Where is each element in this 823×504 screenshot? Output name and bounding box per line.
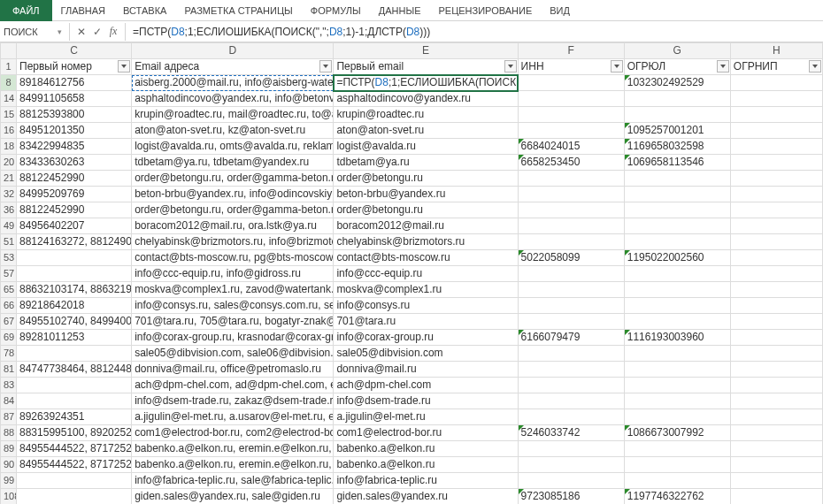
- cell[interactable]: [518, 266, 624, 282]
- row-header[interactable]: 15: [1, 107, 17, 123]
- cell[interactable]: [518, 282, 624, 298]
- cell[interactable]: [730, 123, 822, 139]
- cell[interactable]: info@fabrica-teplic.ru: [334, 473, 518, 489]
- cell[interactable]: com1@electrod-bor.ru, com2@electrod-bo: [132, 425, 334, 441]
- row-header[interactable]: 81: [1, 362, 17, 378]
- cell[interactable]: [730, 202, 822, 218]
- cell[interactable]: [730, 473, 822, 489]
- cell[interactable]: [17, 378, 132, 393]
- cell[interactable]: [730, 409, 822, 425]
- cell[interactable]: 89218642018: [17, 298, 132, 314]
- fx-icon[interactable]: fx: [105, 25, 121, 38]
- cell[interactable]: moskva@complex1.ru: [334, 282, 518, 298]
- col-header-E[interactable]: E: [334, 43, 518, 59]
- cell[interactable]: donniva@mail.ru: [334, 362, 518, 378]
- cell[interactable]: [730, 378, 822, 393]
- header-cell-E[interactable]: Первый email: [334, 59, 518, 75]
- cell[interactable]: [518, 123, 624, 139]
- cell[interactable]: order@betongu.ru, order@gamma-beton.ru: [132, 171, 334, 187]
- cell[interactable]: info@ccc-equip.ru, info@gidross.ru: [132, 266, 334, 282]
- cell[interactable]: [624, 378, 730, 393]
- cell[interactable]: 84951201350: [17, 123, 132, 139]
- cell[interactable]: 84955444522, 87172526047,: [17, 457, 132, 473]
- cell[interactable]: 88124163272, 88124907540: [17, 234, 132, 250]
- row-header[interactable]: 21: [1, 171, 17, 187]
- cell[interactable]: boracom2012@mail.ru: [334, 218, 518, 234]
- cell[interactable]: asphaltodincovo@yandex.ru, info@betonvl: [132, 91, 334, 107]
- cell[interactable]: 83433630263: [17, 155, 132, 171]
- row-header[interactable]: 16: [1, 123, 17, 139]
- row-header[interactable]: 99: [1, 473, 17, 489]
- cell[interactable]: 84956402207: [17, 218, 132, 234]
- cell[interactable]: [730, 425, 822, 441]
- tab-review[interactable]: РЕЦЕНЗИРОВАНИЕ: [429, 0, 541, 21]
- cell[interactable]: [518, 171, 624, 187]
- cell[interactable]: 88315995100, 89202527679,: [17, 425, 132, 441]
- header-cell-F[interactable]: ИНН: [518, 59, 624, 75]
- cell[interactable]: logist@avalda.ru, omts@avalda.ru, reklam…: [132, 139, 334, 155]
- cell[interactable]: [624, 441, 730, 457]
- cell[interactable]: chelyabinsk@brizmotors.ru, info@brizmoto: [132, 234, 334, 250]
- cell[interactable]: 84955102740, 84994005456,: [17, 314, 132, 330]
- cell[interactable]: babenko.a@elkon.ru: [334, 441, 518, 457]
- cell[interactable]: [518, 346, 624, 362]
- filter-button[interactable]: [717, 60, 729, 73]
- cell[interactable]: krupin@roadtec.ru, mail@roadtec.ru, to@a: [132, 107, 334, 123]
- cell[interactable]: [624, 314, 730, 330]
- cell[interactable]: [624, 362, 730, 378]
- cell[interactable]: [730, 234, 822, 250]
- col-header-G[interactable]: G: [624, 43, 730, 59]
- cell[interactable]: [518, 75, 624, 91]
- cell[interactable]: [624, 473, 730, 489]
- cell[interactable]: [730, 107, 822, 123]
- cell[interactable]: [730, 362, 822, 378]
- enter-icon[interactable]: ✓: [89, 26, 105, 38]
- cell[interactable]: babenko.a@elkon.ru, eremin.e@elkon.ru, i: [132, 441, 334, 457]
- cell[interactable]: [730, 75, 822, 91]
- cell[interactable]: [730, 139, 822, 155]
- cell[interactable]: 1116193003960: [624, 330, 730, 346]
- tab-home[interactable]: ГЛАВНАЯ: [52, 0, 114, 21]
- cell[interactable]: babenko.a@elkon.ru: [334, 457, 518, 473]
- cell[interactable]: 89184612756: [17, 75, 132, 91]
- cell[interactable]: info@dsem-trade.ru, zakaz@dsem-trade.ru: [132, 393, 334, 409]
- row-header[interactable]: 89: [1, 441, 17, 457]
- cell[interactable]: aisberg.2000@mail.ru, info@aisberg-water…: [132, 75, 334, 91]
- cancel-icon[interactable]: ✕: [73, 26, 89, 38]
- cell[interactable]: [624, 266, 730, 282]
- cell[interactable]: ach@dpm-chel.com, ad@dpm-chel.com, es: [132, 378, 334, 393]
- header-cell-C[interactable]: Первый номер: [17, 59, 132, 75]
- row-header[interactable]: 8: [1, 75, 17, 91]
- row-header[interactable]: 78: [1, 346, 17, 362]
- cell[interactable]: [730, 282, 822, 298]
- cell[interactable]: [17, 250, 132, 266]
- row-header[interactable]: 108: [1, 489, 17, 505]
- cell[interactable]: [730, 441, 822, 457]
- cell[interactable]: [17, 346, 132, 362]
- tab-insert[interactable]: ВСТАВКА: [114, 0, 175, 21]
- cell[interactable]: [624, 171, 730, 187]
- cell[interactable]: [518, 457, 624, 473]
- header-cell-H[interactable]: ОГРНИП: [730, 59, 822, 75]
- header-cell-D[interactable]: Email адреса: [132, 59, 334, 75]
- cell[interactable]: [518, 234, 624, 250]
- cell[interactable]: [17, 393, 132, 409]
- row-header[interactable]: 36: [1, 202, 17, 218]
- cell[interactable]: 84991105658: [17, 91, 132, 107]
- cell[interactable]: 5246033742: [518, 425, 624, 441]
- cell[interactable]: [518, 409, 624, 425]
- cell[interactable]: 89263924351: [17, 409, 132, 425]
- tab-formulas[interactable]: ФОРМУЛЫ: [302, 0, 370, 21]
- cell[interactable]: [730, 250, 822, 266]
- cell[interactable]: [518, 473, 624, 489]
- cell[interactable]: info@ccc-equip.ru: [334, 266, 518, 282]
- cell[interactable]: giden.sales@yandex.ru, sale@giden.ru: [132, 489, 334, 505]
- cell[interactable]: [624, 298, 730, 314]
- name-box[interactable]: ПОИСК: [0, 23, 53, 41]
- filter-button[interactable]: [809, 60, 821, 73]
- cell[interactable]: [518, 187, 624, 202]
- cell[interactable]: [730, 393, 822, 409]
- cell[interactable]: [730, 330, 822, 346]
- cell[interactable]: [624, 282, 730, 298]
- cell[interactable]: donniva@mail.ru, office@petromaslo.ru: [132, 362, 334, 378]
